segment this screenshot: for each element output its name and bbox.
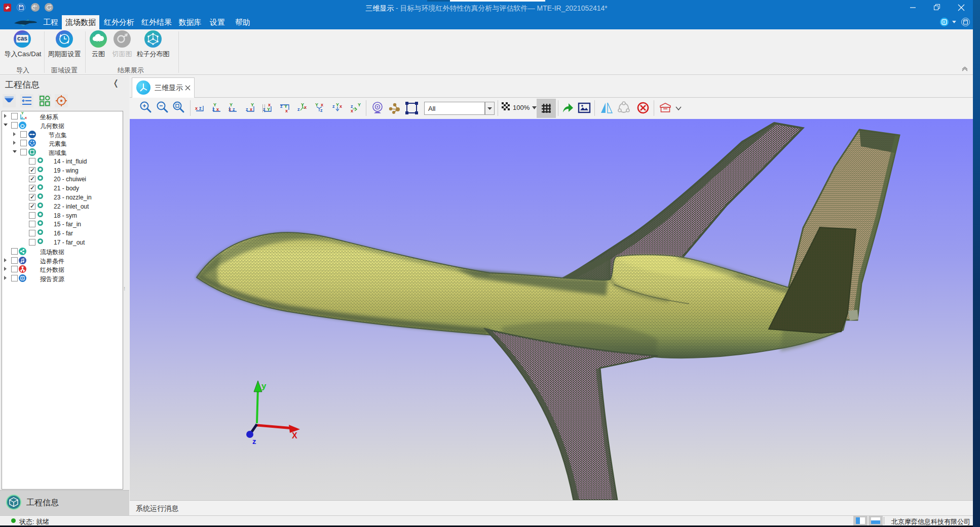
svg-text:Y: Y <box>358 102 361 107</box>
svg-text:x: x <box>321 102 323 107</box>
svg-text:x: x <box>195 106 198 111</box>
svg-text:Y: Y <box>21 112 24 115</box>
svg-text:Y: Y <box>251 102 254 107</box>
svg-text:z: z <box>332 104 335 109</box>
svg-text:y: y <box>261 381 267 391</box>
svg-text:x: x <box>340 104 342 109</box>
svg-text:Y: Y <box>336 102 339 107</box>
svg-text:z: z <box>21 116 23 119</box>
svg-text:Y: Y <box>315 102 318 107</box>
svg-text:x: x <box>25 116 27 119</box>
svg-text:z̅: z̅ <box>199 106 202 111</box>
svg-text:x: x <box>304 105 307 110</box>
svg-text:z: z <box>297 107 300 112</box>
svg-text:x: x <box>285 108 288 113</box>
svg-text:x: x <box>268 102 271 107</box>
svg-text:z: z <box>320 108 323 113</box>
svg-text:X: X <box>292 431 297 440</box>
svg-text:z: z <box>252 437 256 445</box>
